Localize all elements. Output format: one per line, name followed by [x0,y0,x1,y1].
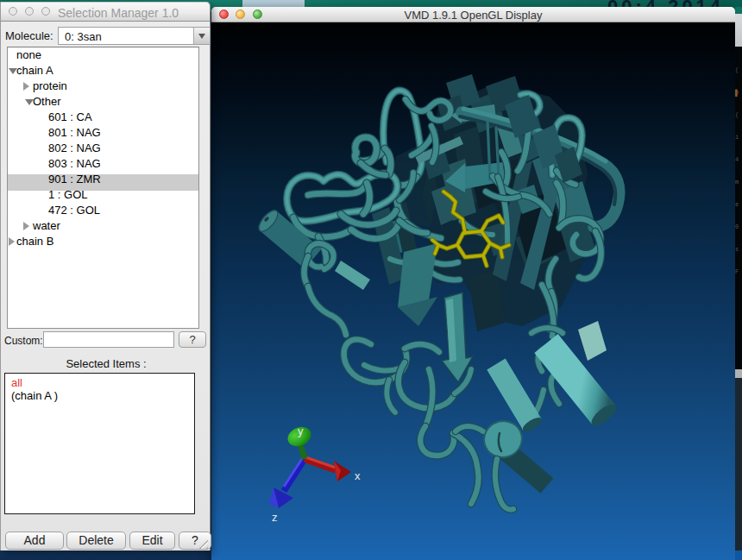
svg-text:y: y [298,425,304,437]
svg-text:x: x [355,469,361,482]
svg-text:z: z [272,511,278,524]
